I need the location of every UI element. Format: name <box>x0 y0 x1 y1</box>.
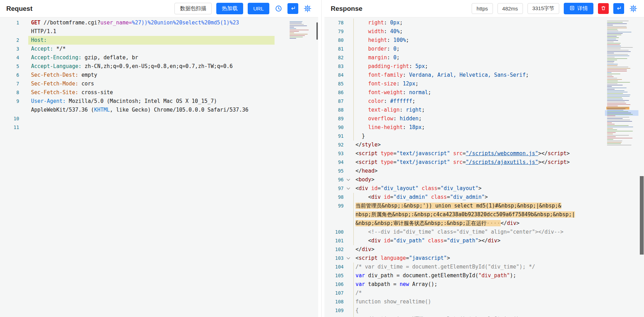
trash-icon <box>600 5 606 12</box>
code-line[interactable]: 98 <div id="div_admin" class="div_admin"… <box>324 193 644 202</box>
line-number: 109 <box>324 306 344 315</box>
code-line[interactable]: 109{ <box>324 306 644 315</box>
fold-gutter <box>19 97 28 106</box>
send-enter-button[interactable] <box>613 3 624 14</box>
code-line[interactable]: 110 div_time.innerHTML = new Date().toLo… <box>324 315 644 317</box>
request-editor[interactable]: 1GET //bottomframe.cgi?user_name=%27))%2… <box>0 17 318 317</box>
response-scrollbar-thumb[interactable] <box>640 176 644 255</box>
code-line[interactable]: 93<script type="text/javascript" src="/s… <box>324 149 644 158</box>
code-line[interactable]: 90 line-height: 18px; <box>324 123 644 132</box>
details-button[interactable]: 详情 <box>564 3 593 14</box>
code-line[interactable]: 87 color: #ffffff; <box>324 97 644 106</box>
code-text: font-size: 12px; <box>353 80 644 88</box>
response-editor[interactable]: 78 right: 0px;79 width: 40%;80 height: 1… <box>324 17 644 317</box>
history-icon[interactable] <box>274 3 283 14</box>
code-text: line-height: 18px; <box>353 123 644 132</box>
fold-chevron-icon[interactable] <box>344 184 353 193</box>
fold-gutter <box>19 18 28 27</box>
gear-icon[interactable] <box>303 3 312 14</box>
code-text: <div id="div_path" class="div_path"></di… <box>353 236 644 245</box>
response-toolbar: https 482ms 3315字节 详情 <box>472 3 638 14</box>
code-line[interactable]: 84 font-family: Verdana, Arial, Helvetic… <box>324 71 644 80</box>
hot-reload-button[interactable]: 热加载 <box>216 3 243 14</box>
code-line[interactable]: 92</style> <box>324 141 644 149</box>
request-scrollbar-thumb[interactable] <box>316 22 318 40</box>
packet-scan-button[interactable]: 数据包扫描 <box>174 3 212 14</box>
line-number: 5 <box>0 62 19 71</box>
code-line[interactable]: 81 border: 0; <box>324 45 644 53</box>
code-text: nbsp;所属角色&nbsp;:&nbsp;c4ca4238a0b923820d… <box>353 210 644 219</box>
request-title: Request <box>6 5 32 13</box>
code-line[interactable]: 106var tabpath = new Array(); <box>324 280 644 289</box>
code-line[interactable]: AppleWebKit/537.36 (KHTML, like Gecko) C… <box>0 106 318 114</box>
code-line[interactable]: 99当前管理员&nbsp;:&nbsp;')) union select md5… <box>324 202 644 210</box>
code-line[interactable]: 97<div id="div_layout" class="div_layout… <box>324 184 644 193</box>
code-line[interactable]: 108function show_realtime() <box>324 297 644 306</box>
code-line[interactable]: 85 font-size: 12px; <box>324 80 644 88</box>
code-line[interactable]: 79 width: 40%; <box>324 27 644 36</box>
code-text <box>28 123 318 132</box>
code-line[interactable]: 101 <div id="div_path" class="div_path">… <box>324 236 644 245</box>
code-line[interactable]: 96<body> <box>324 175 644 184</box>
code-text: { <box>353 306 644 315</box>
response-scrollbar[interactable] <box>639 17 644 317</box>
code-line[interactable]: 107/* <box>324 289 644 297</box>
code-line[interactable]: 89 overflow: hidden; <box>324 114 644 123</box>
code-line[interactable]: 100 <!--div id="div_time" class="div_tim… <box>324 228 644 236</box>
send-enter-button[interactable] <box>287 3 298 14</box>
code-text: Sec-Fetch-Dest: empty <box>28 71 318 80</box>
code-text: Host: <box>28 36 318 45</box>
code-line[interactable]: 9User-Agent: Mozilla/5.0 (Macintosh; Int… <box>0 97 318 106</box>
line-number: 7 <box>0 80 19 88</box>
code-text: text-align: right; <box>353 106 644 114</box>
code-line[interactable]: 91 } <box>324 132 644 141</box>
response-minimap[interactable] <box>605 19 638 150</box>
delete-button[interactable] <box>598 3 609 14</box>
code-line[interactable]: 3Accept: */* <box>0 45 318 53</box>
code-line[interactable]: 105var div_path = document.getElementByI… <box>324 271 644 280</box>
code-text: /* <box>353 289 644 297</box>
code-line[interactable]: 1GET //bottomframe.cgi?user_name=%27))%2… <box>0 18 318 27</box>
code-line[interactable]: 10 <box>0 114 318 123</box>
code-line[interactable]: 4Accept-Encoding: gzip, deflate, br <box>0 53 318 62</box>
code-line[interactable]: nbsp;所属角色&nbsp;:&nbsp;c4ca4238a0b923820d… <box>324 210 644 219</box>
code-line[interactable]: 2Host: <box>0 36 318 45</box>
code-line[interactable]: 7Sec-Fetch-Mode: cors <box>0 80 318 88</box>
fold-gutter <box>344 62 353 71</box>
code-line[interactable]: 95</head> <box>324 167 644 175</box>
gear-icon[interactable] <box>629 3 638 14</box>
request-minimap[interactable] <box>287 20 313 40</box>
fold-gutter <box>19 36 28 45</box>
fold-chevron-icon[interactable] <box>344 175 353 184</box>
fold-gutter <box>344 106 353 114</box>
code-line[interactable]: 83 padding-right: 5px; <box>324 62 644 71</box>
code-line[interactable]: &nbsp;&nbsp;审计服务状态&nbsp;:&nbsp;正在运行····<… <box>324 219 644 228</box>
line-number: 10 <box>0 114 19 123</box>
url-button[interactable]: URL <box>248 3 269 14</box>
fold-gutter <box>344 123 353 132</box>
panel-divider[interactable] <box>318 0 324 317</box>
code-line[interactable]: 8Sec-Fetch-Site: cross-site <box>0 88 318 97</box>
code-line[interactable]: 103<script language="javascript"> <box>324 254 644 263</box>
code-line[interactable]: 102</div> <box>324 245 644 254</box>
code-line[interactable]: 78 right: 0px; <box>324 18 644 27</box>
code-text: } <box>353 132 644 141</box>
code-line[interactable]: 11 <box>0 123 318 132</box>
code-line[interactable]: 88 text-align: right; <box>324 106 644 114</box>
code-line[interactable]: 5Accept-Language: zh-CN,zh;q=0.9,en-US;q… <box>0 62 318 71</box>
code-text: width: 40%; <box>353 27 644 36</box>
code-line[interactable]: 82 margin: 0; <box>324 53 644 62</box>
line-number: 101 <box>324 236 344 245</box>
code-line[interactable]: 6Sec-Fetch-Dest: empty <box>0 71 318 80</box>
code-line[interactable]: 94<script type="text/javascript" src="/s… <box>324 158 644 167</box>
fold-chevron-icon[interactable] <box>344 254 353 263</box>
line-number: 89 <box>324 114 344 123</box>
code-line[interactable]: HTTP/1.1 <box>0 27 318 36</box>
code-text: <script type="text/javascript" src="/scr… <box>353 149 644 158</box>
fold-gutter <box>344 245 353 254</box>
fold-gutter <box>344 53 353 62</box>
code-line[interactable]: 104/* var div_time = document.getElement… <box>324 263 644 271</box>
code-line[interactable]: 80 height: 100%; <box>324 36 644 45</box>
code-line[interactable]: 86 font-weight: normal; <box>324 88 644 97</box>
fold-gutter <box>344 271 353 280</box>
